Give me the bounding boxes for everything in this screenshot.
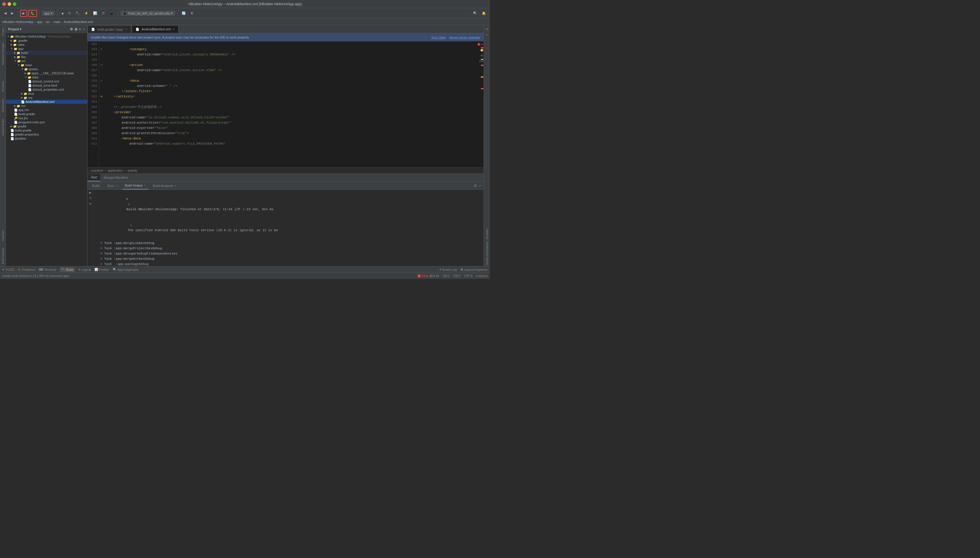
- sidebar-layout-icon[interactable]: ⊞: [75, 28, 77, 31]
- run-config-selector[interactable]: app ▾: [42, 11, 55, 16]
- tree-item-app[interactable]: ▼ 📁 app: [6, 47, 87, 51]
- editor-breadcrumb-activity[interactable]: activity: [128, 169, 138, 172]
- sync-button[interactable]: ↻: [66, 10, 72, 17]
- tree-item-java[interactable]: ▶ 📁 java: [6, 92, 87, 96]
- back-button[interactable]: ◀: [2, 10, 8, 17]
- tab-text[interactable]: Text: [87, 174, 100, 181]
- breadcrumb-part-2[interactable]: src: [46, 20, 50, 24]
- tab-build-gradle[interactable]: 📄 build.gradle (:app) ✕: [87, 25, 131, 33]
- build-menu-button[interactable]: 🔨: [74, 10, 81, 17]
- device-file-explorer-label[interactable]: Device File Explorer: [485, 240, 490, 266]
- build-panel-settings-icon[interactable]: ⚙: [474, 184, 477, 188]
- coverage-button[interactable]: 📊: [91, 10, 99, 17]
- run-tests-button[interactable]: ⚡: [82, 10, 90, 17]
- debug-button[interactable]: 🐛: [28, 10, 37, 17]
- tree-item-gradlew[interactable]: 📄 gradlew: [6, 136, 87, 141]
- bookmarks-button[interactable]: Bookmarks: [1, 98, 5, 113]
- right-structure-icon[interactable]: ≡: [484, 32, 490, 38]
- charset[interactable]: UTF-8: [464, 274, 472, 277]
- stop-button[interactable]: ■: [60, 10, 65, 17]
- tree-item-assets[interactable]: ▼ 📁 assets: [6, 67, 87, 71]
- cursor-position[interactable]: 130:1: [442, 274, 449, 277]
- ignore-changes-link[interactable]: Ignore these changes: [449, 36, 480, 39]
- tree-item-proguard[interactable]: 📄 proguard-rules.pro: [6, 120, 87, 124]
- tree-item-build-gradle[interactable]: 📄 build.gradle: [6, 112, 87, 116]
- breadcrumb-part-4[interactable]: AndroidManifest.xml: [64, 20, 93, 24]
- profiler-button[interactable]: 📊 Profiler: [94, 268, 109, 271]
- structure-button[interactable]: Structure: [1, 80, 5, 93]
- forward-button[interactable]: ▶: [9, 10, 15, 17]
- tree-item-build-gradle-root[interactable]: 📄 build.gradle: [6, 128, 87, 132]
- tree-item-build[interactable]: ▶ 📁 build: [6, 51, 87, 55]
- minimize-button[interactable]: [8, 2, 11, 6]
- sync-now-link[interactable]: Sync Now: [431, 36, 446, 39]
- tree-item-dcloud-control[interactable]: 📄 dcloud_control.xml: [6, 79, 87, 84]
- run-button[interactable]: ▶: [20, 10, 27, 17]
- build-button[interactable]: 🔨 Build: [59, 268, 75, 272]
- notifications-button[interactable]: 🔔: [480, 10, 488, 17]
- gradle-sync-button[interactable]: 🔄: [180, 10, 187, 17]
- maximize-button[interactable]: [13, 2, 16, 6]
- tab-androidmanifest-close[interactable]: ✕: [173, 28, 175, 31]
- breadcrumb-part-1[interactable]: app: [37, 20, 42, 24]
- build-expand-icon[interactable]: ⊕: [89, 202, 92, 205]
- tree-item-apps[interactable]: ▶ 📁 apps.__UNI__D912C1B.www: [6, 71, 87, 75]
- close-button[interactable]: [2, 2, 6, 6]
- sidebar-gear-icon[interactable]: ≡: [79, 28, 81, 31]
- tree-item-dcloud-error[interactable]: 📄 dcloud_error.html: [6, 84, 87, 87]
- editor-breadcrumb-manifest[interactable]: manifest: [91, 169, 103, 172]
- tree-item-main[interactable]: ▼ 📁 main: [6, 63, 87, 67]
- code-editor[interactable]: 292 293 294 295 296 297 298 299 300 301 …: [87, 41, 483, 167]
- line-ending[interactable]: CRLF: [453, 274, 461, 277]
- tree-item-androidmanifest[interactable]: 📄 AndroidManifest.xml: [6, 100, 87, 104]
- tree-item-res-main[interactable]: ▶ 📁 res: [6, 96, 87, 100]
- build-sync-icon[interactable]: ↻: [89, 197, 92, 200]
- avd-button[interactable]: 📱: [108, 10, 115, 17]
- tree-root[interactable]: ▼ 📁 HBuilder-HelloUniApp ~/Downloads/lat…: [6, 34, 87, 38]
- tree-item-res2[interactable]: ▶ 📁 res: [6, 104, 87, 108]
- tab-androidmanifest[interactable]: 📄 AndroidManifest.xml ✕: [132, 25, 179, 33]
- problems-button[interactable]: ⚠ Problems: [18, 268, 35, 271]
- build-tab-analyzer-close[interactable]: ✕: [174, 184, 177, 187]
- tree-item-app-iml[interactable]: 📄 app.iml: [6, 108, 87, 112]
- app-inspection-button[interactable]: 🔍 App Inspection: [113, 268, 139, 271]
- sidebar-settings-icon[interactable]: ⚙: [70, 28, 73, 31]
- right-expand-icon[interactable]: ⊞: [484, 26, 490, 32]
- build-panel-minimize-icon[interactable]: ─: [478, 184, 481, 188]
- sidebar-collapse-icon[interactable]: ─: [82, 28, 85, 31]
- tree-item-libs[interactable]: ▶ 📁 libs: [6, 55, 87, 59]
- tab-merged-manifest[interactable]: Merged Manifest: [100, 174, 131, 181]
- breadcrumb-part-3[interactable]: main: [53, 20, 60, 24]
- build-tab-build[interactable]: Build:: [90, 182, 103, 189]
- terminal-button[interactable]: ⌨ Terminal: [39, 268, 56, 271]
- build-content[interactable]: ▶ ⚠ Build HBuilder-HelloUniApp: finished…: [93, 190, 483, 266]
- favorites-button[interactable]: Favorites: [1, 229, 5, 242]
- todo-button[interactable]: ≡ TODO: [2, 268, 14, 271]
- emulator-label[interactable]: Emulator: [485, 227, 490, 240]
- tree-item-key-jks[interactable]: 🔑 key.jks: [6, 116, 87, 120]
- tree-item-gradle2[interactable]: ▶ 📁 gradle: [6, 124, 87, 128]
- device-selector[interactable]: 📱 Pixel_3a_API_32_arm64-v8a ▾: [120, 11, 175, 16]
- tree-item-dcloud-properties[interactable]: 📄 dcloud_properties.xml: [6, 87, 87, 92]
- logcat-button[interactable]: ≡ Logcat: [79, 268, 91, 271]
- profile-button[interactable]: ⏱: [100, 10, 107, 17]
- indent-setting[interactable]: 4 spaces: [476, 274, 488, 277]
- layout-inspector-button[interactable]: ⊞ Layout Inspector: [460, 268, 488, 271]
- build-tab-sync-close[interactable]: ✕: [115, 184, 118, 187]
- tree-item-idea[interactable]: ▶ 📁 .idea: [6, 43, 87, 47]
- settings-button[interactable]: ⚙: [189, 10, 195, 17]
- build-tab-output-close[interactable]: ✕: [144, 184, 146, 187]
- error-count[interactable]: 🔴 19 ⚠ 11 ℹ 44: [418, 274, 439, 277]
- search-everywhere-button[interactable]: 🔍: [471, 10, 479, 17]
- tab-build-gradle-close[interactable]: ✕: [125, 28, 127, 31]
- build-tab-output[interactable]: Build Output ✕: [123, 182, 148, 189]
- build-variants-button[interactable]: Build Variants: [1, 247, 5, 265]
- tree-item-gradle[interactable]: ▶ 📁 .gradle: [6, 38, 87, 43]
- tree-item-data[interactable]: ▼ 📁 data: [6, 75, 87, 79]
- android-model-button[interactable]: Android Model: [1, 118, 5, 137]
- build-tab-sync[interactable]: Sync ✕: [105, 182, 120, 189]
- editor-breadcrumb-application[interactable]: application: [108, 169, 123, 172]
- breadcrumb-part-0[interactable]: HBuilder-HelloUniApp: [2, 20, 33, 24]
- build-run-icon[interactable]: ▶: [89, 191, 92, 194]
- resource-manager-button[interactable]: Resource Manager: [1, 41, 5, 66]
